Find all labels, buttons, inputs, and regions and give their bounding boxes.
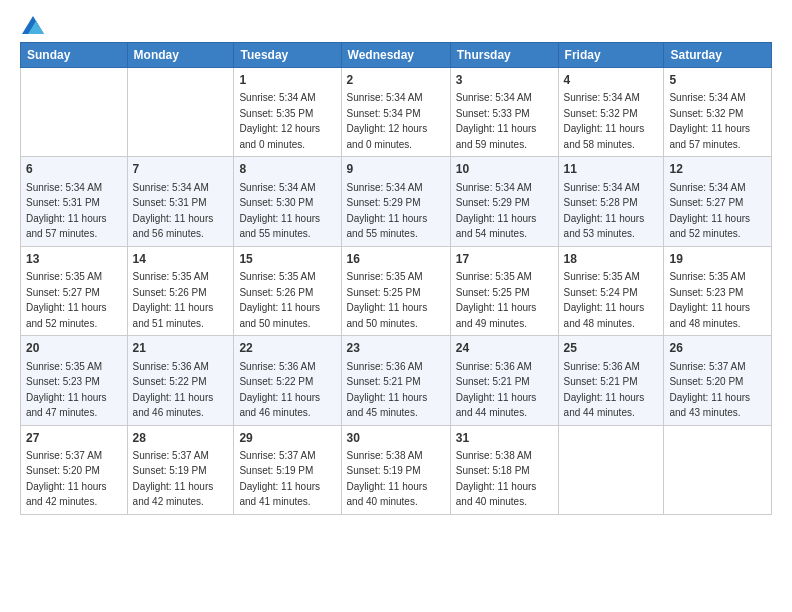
- week-row-1: 1Sunrise: 5:34 AM Sunset: 5:35 PM Daylig…: [21, 68, 772, 157]
- day-number: 12: [669, 161, 766, 178]
- day-cell: 5Sunrise: 5:34 AM Sunset: 5:32 PM Daylig…: [664, 68, 772, 157]
- day-number: 8: [239, 161, 335, 178]
- header-row: SundayMondayTuesdayWednesdayThursdayFrid…: [21, 43, 772, 68]
- day-info: Sunrise: 5:37 AM Sunset: 5:20 PM Dayligh…: [26, 450, 107, 508]
- day-number: 5: [669, 72, 766, 89]
- day-number: 25: [564, 340, 659, 357]
- day-cell: 26Sunrise: 5:37 AM Sunset: 5:20 PM Dayli…: [664, 336, 772, 425]
- day-number: 2: [347, 72, 445, 89]
- day-cell: 9Sunrise: 5:34 AM Sunset: 5:29 PM Daylig…: [341, 157, 450, 246]
- header-cell-monday: Monday: [127, 43, 234, 68]
- header-cell-sunday: Sunday: [21, 43, 128, 68]
- day-cell: 3Sunrise: 5:34 AM Sunset: 5:33 PM Daylig…: [450, 68, 558, 157]
- day-cell: 25Sunrise: 5:36 AM Sunset: 5:21 PM Dayli…: [558, 336, 664, 425]
- day-number: 31: [456, 430, 553, 447]
- day-cell: 24Sunrise: 5:36 AM Sunset: 5:21 PM Dayli…: [450, 336, 558, 425]
- header: [20, 16, 772, 34]
- day-number: 19: [669, 251, 766, 268]
- day-cell: 8Sunrise: 5:34 AM Sunset: 5:30 PM Daylig…: [234, 157, 341, 246]
- day-number: 6: [26, 161, 122, 178]
- day-cell: 1Sunrise: 5:34 AM Sunset: 5:35 PM Daylig…: [234, 68, 341, 157]
- week-row-3: 13Sunrise: 5:35 AM Sunset: 5:27 PM Dayli…: [21, 246, 772, 335]
- logo-icon: [22, 16, 44, 34]
- day-info: Sunrise: 5:34 AM Sunset: 5:29 PM Dayligh…: [456, 182, 537, 240]
- day-info: Sunrise: 5:34 AM Sunset: 5:30 PM Dayligh…: [239, 182, 320, 240]
- day-number: 30: [347, 430, 445, 447]
- day-cell: 11Sunrise: 5:34 AM Sunset: 5:28 PM Dayli…: [558, 157, 664, 246]
- day-number: 3: [456, 72, 553, 89]
- day-info: Sunrise: 5:34 AM Sunset: 5:27 PM Dayligh…: [669, 182, 750, 240]
- day-cell: 17Sunrise: 5:35 AM Sunset: 5:25 PM Dayli…: [450, 246, 558, 335]
- day-cell: 2Sunrise: 5:34 AM Sunset: 5:34 PM Daylig…: [341, 68, 450, 157]
- day-number: 4: [564, 72, 659, 89]
- day-cell: [664, 425, 772, 514]
- logo: [20, 16, 44, 34]
- day-number: 18: [564, 251, 659, 268]
- day-cell: 7Sunrise: 5:34 AM Sunset: 5:31 PM Daylig…: [127, 157, 234, 246]
- day-number: 24: [456, 340, 553, 357]
- day-info: Sunrise: 5:34 AM Sunset: 5:31 PM Dayligh…: [133, 182, 214, 240]
- day-info: Sunrise: 5:34 AM Sunset: 5:33 PM Dayligh…: [456, 92, 537, 150]
- day-info: Sunrise: 5:37 AM Sunset: 5:19 PM Dayligh…: [239, 450, 320, 508]
- day-number: 28: [133, 430, 229, 447]
- day-number: 16: [347, 251, 445, 268]
- day-number: 21: [133, 340, 229, 357]
- day-cell: 31Sunrise: 5:38 AM Sunset: 5:18 PM Dayli…: [450, 425, 558, 514]
- day-cell: [21, 68, 128, 157]
- day-cell: [127, 68, 234, 157]
- calendar-table: SundayMondayTuesdayWednesdayThursdayFrid…: [20, 42, 772, 515]
- day-cell: 27Sunrise: 5:37 AM Sunset: 5:20 PM Dayli…: [21, 425, 128, 514]
- day-cell: 15Sunrise: 5:35 AM Sunset: 5:26 PM Dayli…: [234, 246, 341, 335]
- logo-area: [20, 16, 44, 34]
- day-number: 14: [133, 251, 229, 268]
- day-number: 27: [26, 430, 122, 447]
- day-cell: 14Sunrise: 5:35 AM Sunset: 5:26 PM Dayli…: [127, 246, 234, 335]
- day-info: Sunrise: 5:35 AM Sunset: 5:26 PM Dayligh…: [133, 271, 214, 329]
- day-info: Sunrise: 5:38 AM Sunset: 5:18 PM Dayligh…: [456, 450, 537, 508]
- day-info: Sunrise: 5:36 AM Sunset: 5:22 PM Dayligh…: [133, 361, 214, 419]
- day-cell: 13Sunrise: 5:35 AM Sunset: 5:27 PM Dayli…: [21, 246, 128, 335]
- day-info: Sunrise: 5:34 AM Sunset: 5:29 PM Dayligh…: [347, 182, 428, 240]
- header-cell-thursday: Thursday: [450, 43, 558, 68]
- day-cell: 4Sunrise: 5:34 AM Sunset: 5:32 PM Daylig…: [558, 68, 664, 157]
- day-cell: 18Sunrise: 5:35 AM Sunset: 5:24 PM Dayli…: [558, 246, 664, 335]
- header-cell-wednesday: Wednesday: [341, 43, 450, 68]
- day-info: Sunrise: 5:36 AM Sunset: 5:21 PM Dayligh…: [347, 361, 428, 419]
- page: SundayMondayTuesdayWednesdayThursdayFrid…: [0, 0, 792, 612]
- day-info: Sunrise: 5:35 AM Sunset: 5:26 PM Dayligh…: [239, 271, 320, 329]
- day-cell: 29Sunrise: 5:37 AM Sunset: 5:19 PM Dayli…: [234, 425, 341, 514]
- day-number: 10: [456, 161, 553, 178]
- day-number: 23: [347, 340, 445, 357]
- day-cell: 28Sunrise: 5:37 AM Sunset: 5:19 PM Dayli…: [127, 425, 234, 514]
- day-cell: 12Sunrise: 5:34 AM Sunset: 5:27 PM Dayli…: [664, 157, 772, 246]
- day-info: Sunrise: 5:34 AM Sunset: 5:28 PM Dayligh…: [564, 182, 645, 240]
- day-info: Sunrise: 5:36 AM Sunset: 5:21 PM Dayligh…: [456, 361, 537, 419]
- day-number: 17: [456, 251, 553, 268]
- day-info: Sunrise: 5:35 AM Sunset: 5:23 PM Dayligh…: [26, 361, 107, 419]
- day-info: Sunrise: 5:35 AM Sunset: 5:25 PM Dayligh…: [456, 271, 537, 329]
- day-number: 15: [239, 251, 335, 268]
- day-number: 29: [239, 430, 335, 447]
- day-number: 22: [239, 340, 335, 357]
- day-cell: 22Sunrise: 5:36 AM Sunset: 5:22 PM Dayli…: [234, 336, 341, 425]
- day-number: 20: [26, 340, 122, 357]
- day-info: Sunrise: 5:34 AM Sunset: 5:34 PM Dayligh…: [347, 92, 428, 150]
- week-row-2: 6Sunrise: 5:34 AM Sunset: 5:31 PM Daylig…: [21, 157, 772, 246]
- day-cell: 16Sunrise: 5:35 AM Sunset: 5:25 PM Dayli…: [341, 246, 450, 335]
- day-cell: 21Sunrise: 5:36 AM Sunset: 5:22 PM Dayli…: [127, 336, 234, 425]
- day-info: Sunrise: 5:34 AM Sunset: 5:31 PM Dayligh…: [26, 182, 107, 240]
- day-info: Sunrise: 5:35 AM Sunset: 5:24 PM Dayligh…: [564, 271, 645, 329]
- day-cell: [558, 425, 664, 514]
- day-number: 9: [347, 161, 445, 178]
- day-info: Sunrise: 5:37 AM Sunset: 5:19 PM Dayligh…: [133, 450, 214, 508]
- day-cell: 20Sunrise: 5:35 AM Sunset: 5:23 PM Dayli…: [21, 336, 128, 425]
- day-number: 13: [26, 251, 122, 268]
- week-row-4: 20Sunrise: 5:35 AM Sunset: 5:23 PM Dayli…: [21, 336, 772, 425]
- day-info: Sunrise: 5:34 AM Sunset: 5:32 PM Dayligh…: [564, 92, 645, 150]
- header-cell-friday: Friday: [558, 43, 664, 68]
- day-info: Sunrise: 5:35 AM Sunset: 5:27 PM Dayligh…: [26, 271, 107, 329]
- day-info: Sunrise: 5:35 AM Sunset: 5:25 PM Dayligh…: [347, 271, 428, 329]
- header-cell-tuesday: Tuesday: [234, 43, 341, 68]
- day-info: Sunrise: 5:34 AM Sunset: 5:35 PM Dayligh…: [239, 92, 320, 150]
- day-info: Sunrise: 5:36 AM Sunset: 5:22 PM Dayligh…: [239, 361, 320, 419]
